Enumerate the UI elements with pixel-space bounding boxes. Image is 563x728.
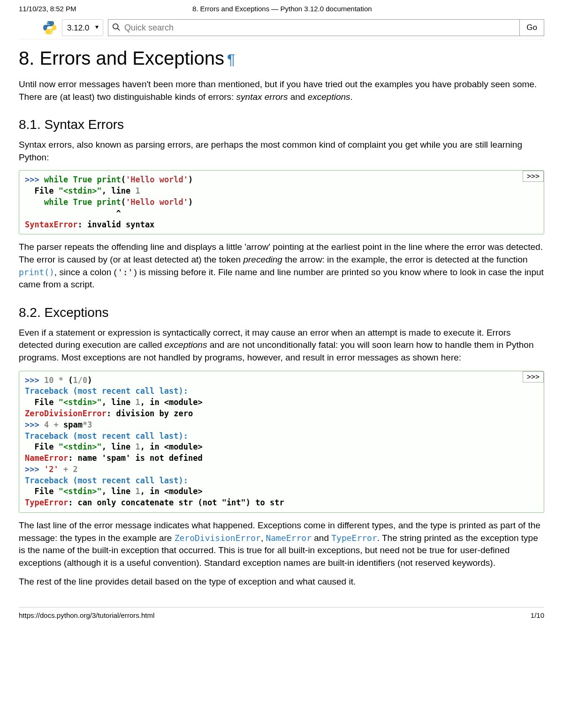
print-header: 11/10/23, 8:52 PM 8. Errors and Exceptio… (19, 0, 544, 16)
syntax-explanation: The parser repeats the offending line an… (19, 241, 544, 291)
print-footer: https://docs.python.org/3/tutorial/error… (19, 607, 544, 619)
toolbar: 3.12.0 Go (19, 16, 544, 39)
permalink-icon[interactable]: ¶ (227, 51, 235, 68)
code-block-exceptions: >>> >>> 10 * (1/0) Traceback (most recen… (19, 371, 544, 513)
section-exceptions: 8.2. Exceptions (19, 305, 544, 320)
copy-prompts-button[interactable]: >>> (523, 371, 544, 383)
print-datetime: 11/10/23, 8:52 PM (19, 5, 76, 13)
print-title: 8. Errors and Exceptions — Python 3.12.0… (192, 5, 372, 13)
exceptions-intro: Even if a statement or expression is syn… (19, 327, 544, 364)
exceptions-explanation: The last line of the error message indic… (19, 519, 544, 569)
footer-url: https://docs.python.org/3/tutorial/error… (19, 611, 154, 619)
typeerror-link[interactable]: TypeError (331, 533, 377, 543)
version-select[interactable]: 3.12.0 (62, 19, 103, 36)
intro-paragraph: Until now error messages haven't been mo… (19, 78, 544, 103)
print-reference[interactable]: print() (19, 267, 54, 277)
search-form: Go (108, 19, 544, 36)
code-block-syntax-error: >>> >>> while True print('Hello world') … (19, 170, 544, 234)
footer-page: 1/10 (531, 611, 544, 619)
zerodivisionerror-link[interactable]: ZeroDivisionError (175, 533, 261, 543)
exceptions-detail-note: The rest of the line provides detail bas… (19, 576, 544, 588)
copy-prompts-button[interactable]: >>> (523, 171, 544, 182)
syntax-intro: Syntax errors, also known as parsing err… (19, 139, 544, 164)
search-go-button[interactable]: Go (519, 20, 544, 36)
search-input[interactable] (108, 20, 519, 36)
python-logo-icon (42, 20, 57, 35)
section-syntax-errors: 8.1. Syntax Errors (19, 117, 544, 132)
nameerror-link[interactable]: NameError (266, 533, 312, 543)
page-title: 8. Errors and Exceptions¶ (19, 48, 544, 69)
